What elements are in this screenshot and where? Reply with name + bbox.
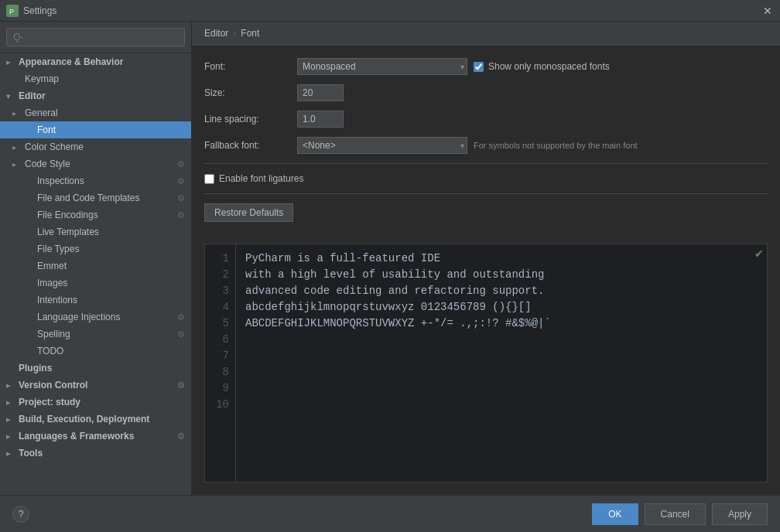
window-title: Settings xyxy=(23,5,56,16)
appearance-arrow-icon xyxy=(6,58,17,66)
sidebar-item-font[interactable]: Font xyxy=(0,121,191,138)
sidebar-item-label-spelling: Spelling xyxy=(37,329,70,339)
sidebar-item-label-general: General xyxy=(25,107,58,118)
fallback-font-select[interactable]: <None> xyxy=(297,137,467,154)
code-line: with a high level of usability and outst… xyxy=(245,267,758,283)
sidebar-item-file-types[interactable]: File Types xyxy=(0,240,191,257)
sidebar-item-label-tools: Tools xyxy=(19,448,43,459)
sidebar-item-label-file-code-templates: File and Code Templates xyxy=(37,193,140,203)
ligatures-row: Enable font ligatures xyxy=(204,173,768,184)
sidebar-item-label-file-encodings: File Encodings xyxy=(37,210,98,220)
sidebar-item-file-code-templates[interactable]: File and Code Templates⚙ xyxy=(0,189,191,206)
code-line: abcdefghijklmnopqrstuvwxyz 0123456789 ()… xyxy=(245,299,758,315)
sidebar-item-images[interactable]: Images xyxy=(0,275,191,292)
font-select[interactable]: Monospaced xyxy=(297,58,467,75)
sidebar-item-label-color-scheme: Color Scheme xyxy=(25,142,84,152)
sidebar-tree: Appearance & BehaviorKeymapEditorGeneral… xyxy=(0,53,191,462)
line-number: 2 xyxy=(205,267,235,283)
sidebar-item-languages-frameworks[interactable]: Languages & Frameworks⚙ xyxy=(0,428,191,445)
font-label: Font: xyxy=(204,61,297,72)
sidebar-item-inspections[interactable]: Inspections⚙ xyxy=(0,172,191,189)
font-select-wrapper: Monospaced ▾ xyxy=(297,58,467,75)
bottom-left: ? xyxy=(12,506,29,523)
languages-frameworks-arrow-icon xyxy=(6,432,17,441)
breadcrumb-editor: Editor xyxy=(204,28,228,39)
preview-check-icon: ✔ xyxy=(754,247,764,260)
code-content: PyCharm is a full-featured IDEwith a hig… xyxy=(236,244,767,482)
code-style-settings-icon: ⚙ xyxy=(177,159,185,169)
divider-1 xyxy=(204,163,768,164)
sidebar-item-emmet[interactable]: Emmet xyxy=(0,257,191,275)
sidebar-item-plugins[interactable]: Plugins xyxy=(0,360,191,377)
version-control-settings-icon: ⚙ xyxy=(177,380,185,390)
apply-button[interactable]: Apply xyxy=(712,503,768,525)
sidebar-item-build-execution[interactable]: Build, Execution, Deployment xyxy=(0,411,191,428)
main-layout: Appearance & BehaviorKeymapEditorGeneral… xyxy=(0,22,780,495)
spelling-settings-icon: ⚙ xyxy=(177,329,185,339)
sidebar-item-label-build-execution: Build, Execution, Deployment xyxy=(19,414,149,425)
show-monospaced-label: Show only monospaced fonts xyxy=(488,61,610,72)
line-spacing-control-area xyxy=(297,111,344,128)
breadcrumb-font: Font xyxy=(241,28,259,39)
sidebar-item-label-appearance: Appearance & Behavior xyxy=(19,56,123,67)
enable-ligatures-checkbox[interactable] xyxy=(204,174,214,184)
sidebar-item-todo[interactable]: TODO xyxy=(0,343,191,360)
breadcrumb-separator: › xyxy=(233,28,236,39)
sidebar-item-label-images: Images xyxy=(37,278,67,288)
sidebar-item-language-injections[interactable]: Language Injections⚙ xyxy=(0,309,191,326)
sidebar-item-project-study[interactable]: Project: study xyxy=(0,394,191,411)
font-control-area: Monospaced ▾ Show only monospaced fonts xyxy=(297,58,610,75)
sidebar-item-file-encodings[interactable]: File Encodings⚙ xyxy=(0,206,191,223)
sidebar-item-color-scheme[interactable]: Color Scheme xyxy=(0,138,191,155)
line-number: 10 xyxy=(205,397,235,413)
fallback-select-wrapper: <None> ▾ xyxy=(297,137,467,154)
title-bar: P Settings ✕ xyxy=(0,0,780,22)
sidebar-item-spelling[interactable]: Spelling⚙ xyxy=(0,326,191,343)
editor-arrow-icon xyxy=(6,92,17,101)
languages-frameworks-settings-icon: ⚙ xyxy=(177,431,185,442)
sidebar-item-label-project-study: Project: study xyxy=(19,397,80,408)
content-area: Editor › Font Font: Monospaced ▾ xyxy=(192,22,780,495)
sidebar-item-keymap[interactable]: Keymap xyxy=(0,70,191,87)
tools-arrow-icon xyxy=(6,449,17,458)
restore-defaults-button[interactable]: Restore Defaults xyxy=(204,203,293,222)
sidebar-item-live-templates[interactable]: Live Templates xyxy=(0,223,191,240)
sidebar-item-version-control[interactable]: Version Control⚙ xyxy=(0,377,191,394)
preview-content: 12345678910 PyCharm is a full-featured I… xyxy=(205,244,767,482)
sidebar-item-appearance[interactable]: Appearance & Behavior xyxy=(0,53,191,70)
app-icon: P xyxy=(6,5,19,17)
cancel-button[interactable]: Cancel xyxy=(645,503,706,525)
sidebar-item-intentions[interactable]: Intentions xyxy=(0,292,191,309)
sidebar-item-label-languages-frameworks: Languages & Frameworks xyxy=(19,431,134,442)
sidebar-item-tools[interactable]: Tools xyxy=(0,445,191,462)
file-code-templates-settings-icon: ⚙ xyxy=(177,193,185,203)
version-control-arrow-icon xyxy=(6,381,17,390)
size-label: Size: xyxy=(204,87,297,98)
fallback-font-row: Fallback font: <None> ▾ For symbols not … xyxy=(204,137,768,154)
sidebar-item-label-version-control: Version Control xyxy=(19,380,87,390)
sidebar-item-code-style[interactable]: Code Style⚙ xyxy=(0,155,191,172)
size-input[interactable] xyxy=(297,84,344,101)
sidebar-item-label-editor: Editor xyxy=(19,90,46,101)
show-monospaced-checkbox[interactable] xyxy=(474,62,484,72)
font-row: Font: Monospaced ▾ Show only monospaced … xyxy=(204,58,768,75)
breadcrumb: Editor › Font xyxy=(192,22,780,46)
help-button[interactable]: ? xyxy=(12,506,29,523)
fallback-font-note: For symbols not supported by the main fo… xyxy=(474,141,638,150)
line-spacing-input[interactable] xyxy=(297,111,344,128)
close-button[interactable]: ✕ xyxy=(761,5,774,17)
line-numbers: 12345678910 xyxy=(205,244,236,482)
line-number: 4 xyxy=(205,299,235,315)
line-number: 9 xyxy=(205,380,235,397)
sidebar-item-general[interactable]: General xyxy=(0,104,191,121)
sidebar-item-label-language-injections: Language Injections xyxy=(37,312,120,322)
sidebar-item-label-inspections: Inspections xyxy=(37,176,84,186)
language-injections-settings-icon: ⚙ xyxy=(177,312,185,322)
ok-button[interactable]: OK xyxy=(592,503,638,525)
search-input[interactable] xyxy=(6,28,185,46)
line-number: 6 xyxy=(205,332,235,348)
line-spacing-label: Line spacing: xyxy=(204,114,297,124)
sidebar-item-editor[interactable]: Editor xyxy=(0,87,191,104)
ligatures-checkbox-row: Enable font ligatures xyxy=(204,173,303,184)
svg-text:P: P xyxy=(9,8,14,15)
